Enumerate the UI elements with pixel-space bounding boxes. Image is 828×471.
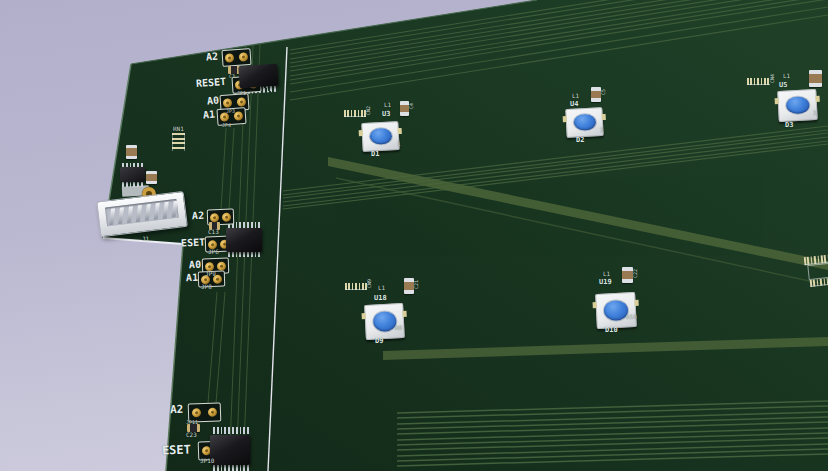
ic-chip-top — [238, 64, 278, 89]
silk-label-a2-mid: A2 — [192, 211, 204, 221]
silk-label-reset-top: RESET — [196, 77, 227, 89]
silk-label-reset-mid: ESET — [181, 238, 205, 249]
ic-pins — [213, 427, 249, 434]
ic-chip-mid — [226, 228, 262, 252]
silk-label-a0-mid: A0 — [189, 260, 201, 270]
ic-pins — [213, 464, 249, 471]
silk-label-u5: U5 — [779, 82, 787, 89]
gold-pad — [210, 213, 219, 222]
silk-label-jp4: JP4 — [222, 123, 231, 128]
gold-pad — [217, 261, 226, 270]
silk-label-l1: L1 — [384, 102, 391, 108]
silk-label-jp11: JP11 — [186, 420, 198, 425]
silk-label-d9: D9 — [375, 338, 383, 345]
silk-label-u19: U19 — [599, 279, 612, 286]
key-switch-d10 — [596, 293, 636, 328]
silk-label-pin1: 1 — [813, 110, 817, 116]
silk-label-cn9: CN9 — [367, 279, 372, 288]
key-switch-d2 — [566, 108, 603, 137]
silk-label-jp9: JP9 — [205, 271, 216, 277]
silk-label-c22: C22 — [633, 269, 638, 278]
silk-label-rn1: RN1 — [173, 126, 184, 132]
silk-label-c13: C13 — [208, 229, 219, 235]
silk-label-a0-top: A0 — [207, 96, 220, 107]
gold-pad — [192, 408, 201, 417]
silk-label-u3: U3 — [382, 111, 390, 118]
silk-label-cn2: CN2 — [366, 106, 371, 115]
silk-label-d10: D10 — [605, 327, 618, 334]
cn4-footprint — [747, 78, 770, 85]
silk-label-c3: C3 — [229, 74, 235, 79]
silk-label-l1: L1 — [378, 285, 385, 291]
silk-label-d3: D3 — [785, 122, 793, 129]
silk-label-jp2: JP2 — [237, 91, 246, 96]
silk-label-a1-mid: A1 — [186, 273, 198, 283]
gold-pad — [236, 97, 246, 107]
silk-label-c21: C21 — [414, 280, 419, 289]
silk-label-l1: L1 — [603, 271, 610, 277]
silk-label-u18: U18 — [374, 295, 387, 302]
silk-label-l1: L1 — [572, 93, 579, 99]
key-switch-d1 — [362, 122, 399, 151]
gold-pad — [225, 53, 235, 63]
silk-label-jp3: JP3 — [226, 109, 235, 114]
key-switch-d9 — [365, 304, 404, 339]
cn9-footprint — [345, 283, 367, 290]
silk-label-j1: J1 — [142, 236, 149, 242]
jumper-a2-top — [221, 48, 251, 67]
pcb-3d-viewport[interactable]: A2 C3 RESET JP2 A0 JP3 A1 JP4 RN1 J1 A2 … — [0, 0, 828, 471]
silk-label-a2-top: A2 — [206, 52, 219, 63]
silk-label-pin1: 1 — [600, 127, 604, 133]
silk-label-c23: C23 — [186, 432, 197, 438]
silk-label-u4: U4 — [570, 101, 578, 108]
silk-label-d10-side: D10 — [626, 314, 637, 320]
ic-chip-bottom — [210, 435, 250, 465]
gold-pad — [208, 408, 217, 417]
gold-pad — [238, 52, 248, 62]
silk-label-c4: C4 — [409, 103, 414, 109]
silk-label-d9-side: D9 — [395, 325, 402, 331]
silk-label-pin1: 1 — [397, 141, 401, 147]
silk-label-jp8: JP8 — [201, 284, 212, 290]
silk-label-a1-top: A1 — [203, 110, 216, 121]
silk-label-jp6: JP6 — [208, 249, 219, 255]
silk-label-d1: D1 — [371, 151, 379, 158]
silk-label-a2-bottom: A2 — [170, 404, 184, 415]
cn2-footprint — [344, 110, 366, 117]
silk-label-d2: D2 — [576, 137, 584, 144]
silk-label-l1: L1 — [783, 73, 790, 79]
silk-label-reset-bottom: ESET — [162, 443, 191, 456]
gold-pad — [222, 212, 231, 221]
silk-label-jp10: JP10 — [200, 458, 214, 464]
gold-pad — [223, 98, 233, 108]
capacitor-left — [126, 145, 137, 159]
switch-blue-cap — [573, 114, 595, 131]
rn1-footprint — [172, 133, 185, 151]
capacitor-left-2 — [146, 171, 157, 184]
sot23-ic — [120, 167, 145, 182]
switch-blue-cap — [369, 128, 391, 145]
key-switch-d3 — [778, 90, 817, 121]
capacitor-edge — [809, 70, 822, 87]
silk-label-cn4: CN4 — [770, 74, 775, 83]
silk-label-c5: C5 — [601, 89, 606, 95]
